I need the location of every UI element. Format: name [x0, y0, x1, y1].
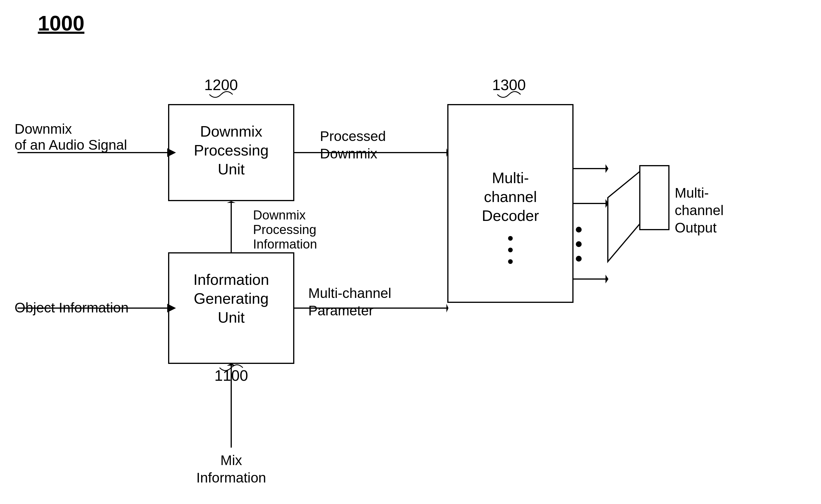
downmix-input-label-2: of an Audio Signal	[15, 137, 127, 153]
object-input-label: Object Information	[15, 300, 128, 315]
multichannel-param-label-2: Parameter	[308, 303, 373, 318]
processed-downmix-label-1: Processed	[320, 128, 386, 144]
svg-text:Unit: Unit	[218, 309, 245, 326]
svg-point-10	[576, 227, 582, 233]
downmix-unit-id: 1200	[204, 76, 238, 93]
info-gen-unit-label: Information	[193, 271, 269, 288]
multichannel-param-label-1: Multi-channel	[308, 285, 391, 301]
multichannel-output-label-1: Multi-	[675, 185, 709, 201]
multichannel-param-arrowhead	[447, 304, 449, 312]
downmix-processing-info-arrowhead	[227, 201, 235, 203]
multichannel-output-label-2: channel	[675, 203, 724, 218]
svg-marker-9	[608, 171, 640, 262]
multichannel-output-label-3: Output	[675, 220, 717, 235]
mix-info-label-2: Information	[196, 470, 266, 485]
diagram-container: 1000 1200 Downmix Processing Unit Inform…	[0, 0, 821, 504]
info-gen-unit-box	[169, 253, 294, 363]
processed-downmix-label-2: Downmix	[320, 146, 377, 161]
object-input-arrowhead	[167, 304, 176, 312]
svg-text:Processing: Processing	[194, 142, 268, 159]
speaker-icon	[640, 166, 669, 230]
downmix-unit-label: Downmix	[200, 123, 262, 140]
multichannel-decoder-id: 1300	[492, 76, 526, 93]
downmix-processing-info-label-1: Downmix	[253, 208, 306, 222]
mix-info-label-1: Mix	[220, 453, 242, 468]
downmix-input-arrowhead	[167, 148, 176, 157]
downmix-processing-info-label-3: Information	[253, 237, 317, 251]
svg-point-8	[508, 259, 513, 264]
output-arrow-bot-arrowhead	[606, 275, 608, 283]
svg-point-11	[576, 241, 582, 247]
svg-text:Decoder: Decoder	[482, 207, 539, 224]
diagram-title: 1000	[38, 12, 84, 35]
svg-point-6	[508, 236, 513, 241]
svg-point-7	[508, 248, 513, 252]
downmix-processing-info-label-2: Processing	[253, 222, 316, 237]
downmix-input-label-1: Downmix	[15, 121, 72, 137]
output-arrow-top-arrowhead	[606, 164, 608, 173]
svg-text:Unit: Unit	[218, 161, 245, 178]
svg-text:Generating: Generating	[194, 290, 268, 307]
multichannel-decoder-label: Multi-	[492, 169, 529, 186]
svg-text:channel: channel	[484, 188, 537, 205]
svg-point-12	[576, 256, 582, 262]
